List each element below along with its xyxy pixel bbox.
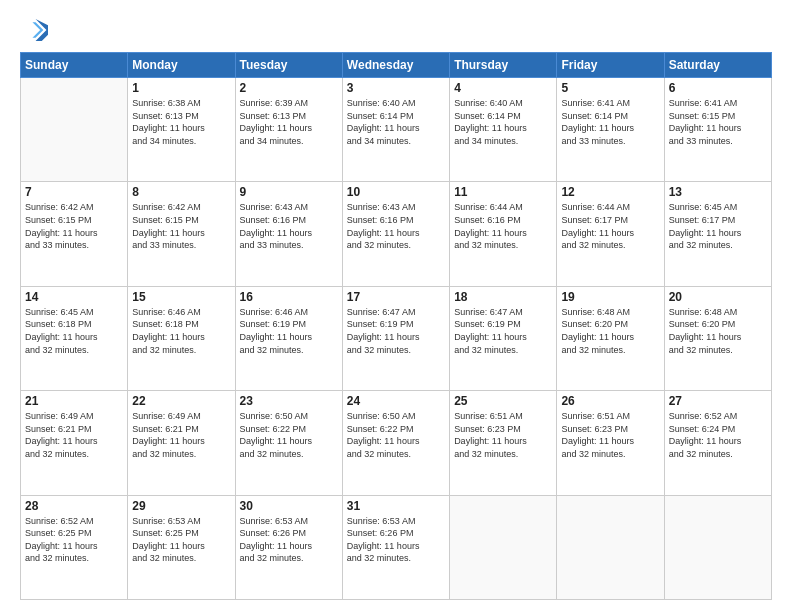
calendar-cell: 27Sunrise: 6:52 AM Sunset: 6:24 PM Dayli… bbox=[664, 391, 771, 495]
day-info: Sunrise: 6:42 AM Sunset: 6:15 PM Dayligh… bbox=[25, 201, 123, 251]
logo bbox=[20, 16, 52, 44]
calendar-cell bbox=[21, 78, 128, 182]
day-info: Sunrise: 6:46 AM Sunset: 6:19 PM Dayligh… bbox=[240, 306, 338, 356]
calendar-cell: 31Sunrise: 6:53 AM Sunset: 6:26 PM Dayli… bbox=[342, 495, 449, 599]
day-number: 12 bbox=[561, 185, 659, 199]
day-number: 27 bbox=[669, 394, 767, 408]
day-number: 24 bbox=[347, 394, 445, 408]
day-number: 29 bbox=[132, 499, 230, 513]
day-number: 4 bbox=[454, 81, 552, 95]
day-number: 14 bbox=[25, 290, 123, 304]
day-info: Sunrise: 6:48 AM Sunset: 6:20 PM Dayligh… bbox=[669, 306, 767, 356]
day-info: Sunrise: 6:44 AM Sunset: 6:16 PM Dayligh… bbox=[454, 201, 552, 251]
calendar-cell: 8Sunrise: 6:42 AM Sunset: 6:15 PM Daylig… bbox=[128, 182, 235, 286]
calendar-week-5: 28Sunrise: 6:52 AM Sunset: 6:25 PM Dayli… bbox=[21, 495, 772, 599]
day-number: 9 bbox=[240, 185, 338, 199]
day-number: 20 bbox=[669, 290, 767, 304]
day-number: 31 bbox=[347, 499, 445, 513]
day-info: Sunrise: 6:46 AM Sunset: 6:18 PM Dayligh… bbox=[132, 306, 230, 356]
day-info: Sunrise: 6:43 AM Sunset: 6:16 PM Dayligh… bbox=[240, 201, 338, 251]
calendar-cell bbox=[664, 495, 771, 599]
day-info: Sunrise: 6:49 AM Sunset: 6:21 PM Dayligh… bbox=[132, 410, 230, 460]
calendar-cell: 2Sunrise: 6:39 AM Sunset: 6:13 PM Daylig… bbox=[235, 78, 342, 182]
day-info: Sunrise: 6:38 AM Sunset: 6:13 PM Dayligh… bbox=[132, 97, 230, 147]
day-info: Sunrise: 6:42 AM Sunset: 6:15 PM Dayligh… bbox=[132, 201, 230, 251]
calendar-cell: 17Sunrise: 6:47 AM Sunset: 6:19 PM Dayli… bbox=[342, 286, 449, 390]
calendar-cell: 11Sunrise: 6:44 AM Sunset: 6:16 PM Dayli… bbox=[450, 182, 557, 286]
day-info: Sunrise: 6:48 AM Sunset: 6:20 PM Dayligh… bbox=[561, 306, 659, 356]
calendar-cell: 20Sunrise: 6:48 AM Sunset: 6:20 PM Dayli… bbox=[664, 286, 771, 390]
day-number: 17 bbox=[347, 290, 445, 304]
calendar-cell: 6Sunrise: 6:41 AM Sunset: 6:15 PM Daylig… bbox=[664, 78, 771, 182]
day-number: 13 bbox=[669, 185, 767, 199]
day-info: Sunrise: 6:49 AM Sunset: 6:21 PM Dayligh… bbox=[25, 410, 123, 460]
day-info: Sunrise: 6:40 AM Sunset: 6:14 PM Dayligh… bbox=[454, 97, 552, 147]
day-number: 16 bbox=[240, 290, 338, 304]
day-number: 22 bbox=[132, 394, 230, 408]
header bbox=[20, 16, 772, 44]
day-info: Sunrise: 6:50 AM Sunset: 6:22 PM Dayligh… bbox=[347, 410, 445, 460]
day-info: Sunrise: 6:47 AM Sunset: 6:19 PM Dayligh… bbox=[454, 306, 552, 356]
day-number: 2 bbox=[240, 81, 338, 95]
day-of-week-monday: Monday bbox=[128, 53, 235, 78]
day-of-week-saturday: Saturday bbox=[664, 53, 771, 78]
day-number: 18 bbox=[454, 290, 552, 304]
day-info: Sunrise: 6:52 AM Sunset: 6:25 PM Dayligh… bbox=[25, 515, 123, 565]
calendar-cell: 16Sunrise: 6:46 AM Sunset: 6:19 PM Dayli… bbox=[235, 286, 342, 390]
calendar-cell: 1Sunrise: 6:38 AM Sunset: 6:13 PM Daylig… bbox=[128, 78, 235, 182]
calendar-cell: 21Sunrise: 6:49 AM Sunset: 6:21 PM Dayli… bbox=[21, 391, 128, 495]
calendar-cell: 15Sunrise: 6:46 AM Sunset: 6:18 PM Dayli… bbox=[128, 286, 235, 390]
calendar-cell: 5Sunrise: 6:41 AM Sunset: 6:14 PM Daylig… bbox=[557, 78, 664, 182]
day-number: 5 bbox=[561, 81, 659, 95]
page: SundayMondayTuesdayWednesdayThursdayFrid… bbox=[0, 0, 792, 612]
day-number: 21 bbox=[25, 394, 123, 408]
day-number: 28 bbox=[25, 499, 123, 513]
day-number: 30 bbox=[240, 499, 338, 513]
day-info: Sunrise: 6:40 AM Sunset: 6:14 PM Dayligh… bbox=[347, 97, 445, 147]
day-of-week-sunday: Sunday bbox=[21, 53, 128, 78]
calendar-cell: 25Sunrise: 6:51 AM Sunset: 6:23 PM Dayli… bbox=[450, 391, 557, 495]
day-info: Sunrise: 6:51 AM Sunset: 6:23 PM Dayligh… bbox=[454, 410, 552, 460]
calendar-week-1: 1Sunrise: 6:38 AM Sunset: 6:13 PM Daylig… bbox=[21, 78, 772, 182]
day-number: 10 bbox=[347, 185, 445, 199]
day-number: 26 bbox=[561, 394, 659, 408]
day-info: Sunrise: 6:53 AM Sunset: 6:26 PM Dayligh… bbox=[240, 515, 338, 565]
day-number: 19 bbox=[561, 290, 659, 304]
calendar-cell: 22Sunrise: 6:49 AM Sunset: 6:21 PM Dayli… bbox=[128, 391, 235, 495]
day-number: 23 bbox=[240, 394, 338, 408]
calendar-cell: 30Sunrise: 6:53 AM Sunset: 6:26 PM Dayli… bbox=[235, 495, 342, 599]
logo-icon bbox=[20, 16, 48, 44]
day-number: 11 bbox=[454, 185, 552, 199]
calendar-cell: 26Sunrise: 6:51 AM Sunset: 6:23 PM Dayli… bbox=[557, 391, 664, 495]
calendar-cell: 9Sunrise: 6:43 AM Sunset: 6:16 PM Daylig… bbox=[235, 182, 342, 286]
day-info: Sunrise: 6:51 AM Sunset: 6:23 PM Dayligh… bbox=[561, 410, 659, 460]
day-number: 25 bbox=[454, 394, 552, 408]
calendar-cell: 24Sunrise: 6:50 AM Sunset: 6:22 PM Dayli… bbox=[342, 391, 449, 495]
day-of-week-wednesday: Wednesday bbox=[342, 53, 449, 78]
calendar-table: SundayMondayTuesdayWednesdayThursdayFrid… bbox=[20, 52, 772, 600]
day-info: Sunrise: 6:52 AM Sunset: 6:24 PM Dayligh… bbox=[669, 410, 767, 460]
calendar-cell: 19Sunrise: 6:48 AM Sunset: 6:20 PM Dayli… bbox=[557, 286, 664, 390]
day-number: 1 bbox=[132, 81, 230, 95]
day-info: Sunrise: 6:45 AM Sunset: 6:17 PM Dayligh… bbox=[669, 201, 767, 251]
day-info: Sunrise: 6:45 AM Sunset: 6:18 PM Dayligh… bbox=[25, 306, 123, 356]
calendar-week-2: 7Sunrise: 6:42 AM Sunset: 6:15 PM Daylig… bbox=[21, 182, 772, 286]
day-of-week-friday: Friday bbox=[557, 53, 664, 78]
calendar-cell: 10Sunrise: 6:43 AM Sunset: 6:16 PM Dayli… bbox=[342, 182, 449, 286]
day-info: Sunrise: 6:47 AM Sunset: 6:19 PM Dayligh… bbox=[347, 306, 445, 356]
calendar-cell: 13Sunrise: 6:45 AM Sunset: 6:17 PM Dayli… bbox=[664, 182, 771, 286]
day-info: Sunrise: 6:39 AM Sunset: 6:13 PM Dayligh… bbox=[240, 97, 338, 147]
calendar-cell: 28Sunrise: 6:52 AM Sunset: 6:25 PM Dayli… bbox=[21, 495, 128, 599]
day-info: Sunrise: 6:41 AM Sunset: 6:15 PM Dayligh… bbox=[669, 97, 767, 147]
day-info: Sunrise: 6:44 AM Sunset: 6:17 PM Dayligh… bbox=[561, 201, 659, 251]
day-number: 7 bbox=[25, 185, 123, 199]
day-number: 8 bbox=[132, 185, 230, 199]
day-number: 3 bbox=[347, 81, 445, 95]
calendar-cell: 4Sunrise: 6:40 AM Sunset: 6:14 PM Daylig… bbox=[450, 78, 557, 182]
calendar-cell: 29Sunrise: 6:53 AM Sunset: 6:25 PM Dayli… bbox=[128, 495, 235, 599]
day-info: Sunrise: 6:53 AM Sunset: 6:26 PM Dayligh… bbox=[347, 515, 445, 565]
calendar-cell: 12Sunrise: 6:44 AM Sunset: 6:17 PM Dayli… bbox=[557, 182, 664, 286]
day-info: Sunrise: 6:53 AM Sunset: 6:25 PM Dayligh… bbox=[132, 515, 230, 565]
day-info: Sunrise: 6:41 AM Sunset: 6:14 PM Dayligh… bbox=[561, 97, 659, 147]
calendar-cell: 18Sunrise: 6:47 AM Sunset: 6:19 PM Dayli… bbox=[450, 286, 557, 390]
